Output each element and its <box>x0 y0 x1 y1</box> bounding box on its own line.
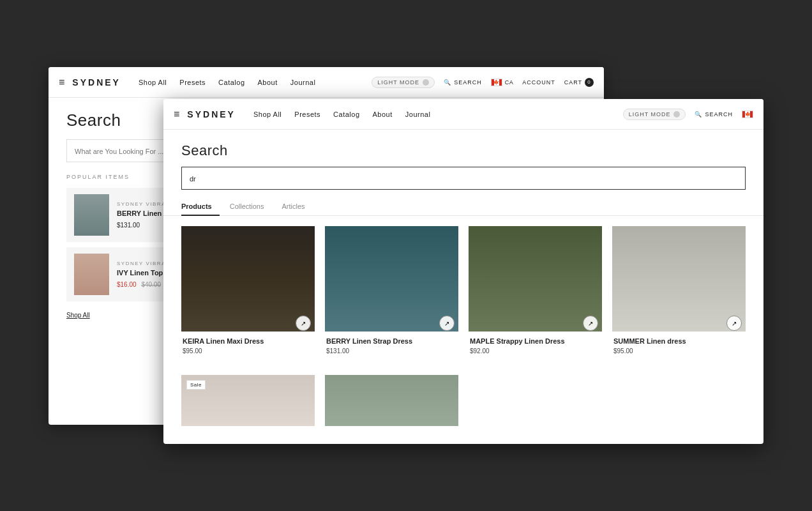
front-navbar: ≡ SYDNEY Shop All Presets Catalog About … <box>163 99 763 130</box>
front-search-heading: Search <box>181 142 746 159</box>
cart-button[interactable]: CART 0 <box>564 78 594 87</box>
product-3-info: MAPLE Strappy Linen Dress $92.00 <box>469 337 602 355</box>
product-card-2: ↗ BERRY Linen Strap Dress $131.00 <box>325 226 458 355</box>
shop-all-link[interactable]: Shop All <box>66 312 90 319</box>
tab-collections[interactable]: Collections <box>230 197 272 215</box>
product-1-name: KEIRA Linen Maxi Dress <box>183 337 313 346</box>
front-maple-leaf-icon: 🍁 <box>745 112 751 117</box>
front-hamburger-icon[interactable]: ≡ <box>174 109 179 120</box>
product-card-4: ↗ SUMMER Linen dress $95.00 <box>612 226 746 355</box>
account-link[interactable]: ACCOUNT <box>522 79 555 86</box>
product-card-empty-1 <box>469 375 602 431</box>
nav-presets[interactable]: Presets <box>179 79 206 86</box>
product-4-name: SUMMER Linen dress <box>613 337 744 346</box>
country-selector[interactable]: 🍁 CA <box>491 79 514 86</box>
tab-articles[interactable]: Articles <box>282 197 313 215</box>
back-navbar: ≡ SYDNEY Shop All Presets Catalog About … <box>49 67 604 98</box>
country-code: CA <box>505 79 514 86</box>
back-nav-right: LIGHT MODE 🔍 SEARCH 🍁 CA ACCOUNT CART 0 <box>372 77 594 88</box>
sale-price: $16.00 <box>117 281 137 288</box>
product-3-image: ↗ <box>469 226 602 332</box>
product-3-arrow[interactable]: ↗ <box>583 316 598 331</box>
maple-leaf-icon: 🍁 <box>493 80 499 85</box>
product-4-price: $95.00 <box>613 347 744 355</box>
front-window: ≡ SYDNEY Shop All Presets Catalog About … <box>163 99 763 444</box>
product-1-image: ↗ <box>181 226 315 332</box>
nav-journal[interactable]: Journal <box>290 79 316 86</box>
nav-shop-all[interactable]: Shop All <box>139 79 167 86</box>
product-card-3: ↗ MAPLE Strappy Linen Dress $92.00 <box>469 226 602 355</box>
sale-badge-5: Sale <box>186 380 206 390</box>
mode-dot <box>423 79 429 86</box>
product-card-5: Sale <box>181 375 315 431</box>
hamburger-icon[interactable]: ≡ <box>59 77 64 88</box>
products-row-1: ↗ KEIRA Linen Maxi Dress $95.00 ↗ BERRY … <box>163 216 763 365</box>
product-3-price: $92.00 <box>470 347 601 355</box>
search-button[interactable]: 🔍 SEARCH <box>444 79 482 86</box>
product-2-name: BERRY Linen Strap Dress <box>326 337 457 346</box>
front-search-button[interactable]: 🔍 SEARCH <box>695 111 733 118</box>
front-nav-right: LIGHT MODE 🔍 SEARCH 🍁 <box>623 109 753 120</box>
product-card-6 <box>325 375 458 431</box>
product-2-arrow[interactable]: ↗ <box>439 316 455 331</box>
original-price: $40.00 <box>141 281 161 288</box>
canada-flag-icon: 🍁 <box>491 79 502 86</box>
front-nav-shop-all[interactable]: Shop All <box>253 111 282 118</box>
search-icon: 🔍 <box>444 79 451 86</box>
product-5-image: Sale <box>181 375 315 426</box>
back-nav-links: Shop All Presets Catalog About Journal <box>139 79 372 86</box>
product-card-1: ↗ KEIRA Linen Maxi Dress $95.00 <box>181 226 315 355</box>
popular-item-2-image <box>74 254 109 295</box>
products-row-2: Sale <box>163 365 763 441</box>
nav-catalog[interactable]: Catalog <box>218 79 244 86</box>
front-search-area: Search <box>163 130 763 197</box>
product-2-price: $131.00 <box>326 347 457 355</box>
product-card-empty-2 <box>612 375 746 431</box>
front-search-input-wrap[interactable] <box>181 167 746 190</box>
front-nav-about[interactable]: About <box>373 111 393 118</box>
product-1-arrow[interactable]: ↗ <box>296 316 311 331</box>
product-4-image: ↗ <box>612 226 746 332</box>
front-search-input[interactable] <box>190 175 737 183</box>
front-canada-flag-icon: 🍁 <box>742 111 753 118</box>
back-logo: SYDNEY <box>72 77 121 88</box>
front-light-mode-toggle[interactable]: LIGHT MODE <box>623 109 686 120</box>
product-2-info: BERRY Linen Strap Dress $131.00 <box>325 337 458 355</box>
product-3-name: MAPLE Strappy Linen Dress <box>470 337 601 346</box>
product-2-image: ↗ <box>325 226 458 332</box>
light-mode-toggle[interactable]: LIGHT MODE <box>372 77 435 88</box>
product-1-price: $95.00 <box>183 347 313 355</box>
product-6-image <box>325 375 458 426</box>
front-body: Search Products Collections Articles ↗ <box>163 130 763 444</box>
front-nav-journal[interactable]: Journal <box>405 111 431 118</box>
front-logo: SYDNEY <box>187 109 236 119</box>
front-mode-dot <box>673 111 680 118</box>
nav-about[interactable]: About <box>258 79 278 86</box>
popular-item-1-image <box>74 194 109 236</box>
front-search-icon: 🔍 <box>695 111 702 118</box>
front-nav-links: Shop All Presets Catalog About Journal <box>253 111 623 118</box>
tab-products[interactable]: Products <box>181 197 220 215</box>
search-tabs: Products Collections Articles <box>163 197 763 216</box>
product-4-info: SUMMER Linen dress $95.00 <box>612 337 746 355</box>
front-nav-catalog[interactable]: Catalog <box>333 111 359 118</box>
product-1-info: KEIRA Linen Maxi Dress $95.00 <box>181 337 315 355</box>
cart-count-badge: 0 <box>585 78 594 87</box>
front-country-selector[interactable]: 🍁 <box>742 111 753 118</box>
product-4-arrow[interactable]: ↗ <box>726 316 742 331</box>
front-nav-presets[interactable]: Presets <box>294 111 320 118</box>
